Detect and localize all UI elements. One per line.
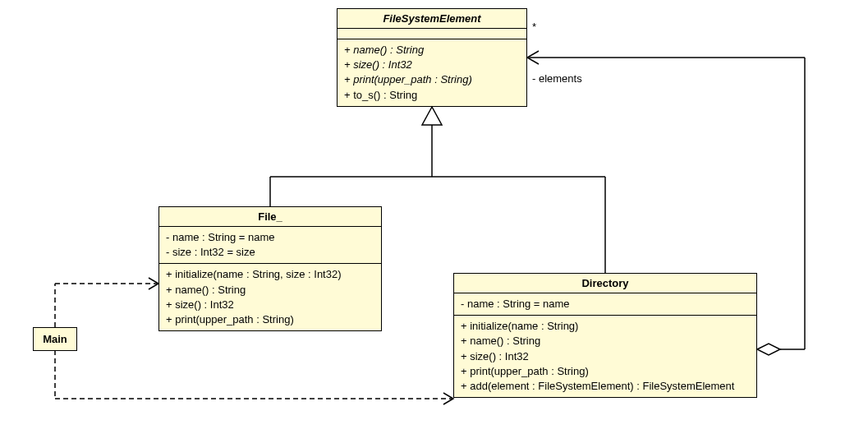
empty-attr-compartment	[338, 29, 526, 39]
method-compartment: + initialize(name : String) + name() : S…	[454, 316, 756, 397]
method-compartment: + initialize(name : String, size : Int32…	[159, 264, 381, 330]
method: + name() : String	[461, 334, 750, 349]
method-compartment: + name() : String + size() : Int32 + pri…	[338, 39, 526, 106]
method: + add(element : FileSystemElement) : Fil…	[461, 379, 750, 394]
class-directory: Directory - name : String = name + initi…	[453, 273, 757, 398]
attribute: - name : String = name	[166, 230, 374, 245]
method: + size() : Int32	[166, 298, 374, 312]
method: + initialize(name : String, size : Int32…	[166, 267, 374, 282]
dependency-main-file	[55, 278, 158, 327]
class-title: Directory	[454, 274, 756, 293]
dependency-main-directory	[55, 350, 453, 404]
attribute: - size : Int32 = size	[166, 245, 374, 260]
method: + initialize(name : String)	[461, 319, 750, 334]
class-title: Main	[43, 333, 67, 345]
method: + name() : String	[166, 283, 374, 298]
class-title: File_	[159, 207, 381, 227]
attr-compartment: - name : String = name - size : Int32 = …	[159, 227, 381, 264]
attr-compartment: - name : String = name	[454, 293, 756, 316]
class-title: FileSystemElement	[338, 9, 526, 29]
method: + print(upper_path : String)	[344, 72, 520, 87]
method: + to_s() : String	[344, 88, 520, 103]
multiplicity-label: *	[532, 21, 536, 33]
svg-marker-0	[422, 107, 442, 125]
class-main: Main	[33, 327, 77, 351]
method: + size() : Int32	[461, 349, 750, 364]
svg-marker-1	[757, 344, 780, 355]
class-file: File_ - name : String = name - size : In…	[158, 206, 382, 331]
method: + size() : Int32	[344, 58, 520, 72]
method: + print(upper_path : String)	[461, 364, 750, 379]
method: + name() : String	[344, 43, 520, 58]
role-label: - elements	[532, 72, 582, 85]
class-filesystemelement: FileSystemElement + name() : String + si…	[337, 8, 527, 107]
generalization-arrowhead	[422, 107, 442, 125]
attribute: - name : String = name	[461, 297, 750, 312]
method: + print(upper_path : String)	[166, 312, 374, 327]
